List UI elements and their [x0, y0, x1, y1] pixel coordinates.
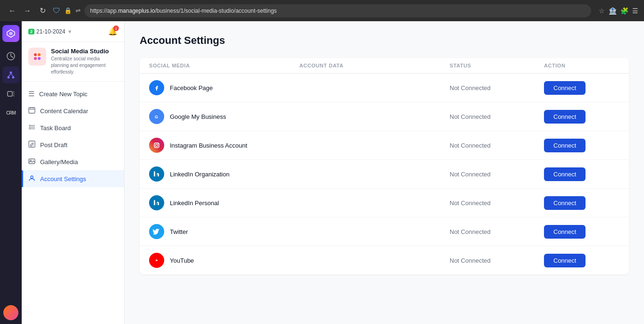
action-cell: Connect [544, 110, 619, 124]
table-row: G Google My Business Not Connected Conne… [140, 102, 629, 131]
date-chevron[interactable]: ▼ [67, 29, 72, 34]
svg-line-7 [11, 74, 13, 76]
sidebar-app-title: Social Media Studio [51, 48, 117, 55]
iconbar-crm[interactable]: CRM [2, 104, 19, 121]
page-title: Account Settings [140, 34, 629, 47]
google-my-business-icon: G [149, 109, 164, 124]
sidebar-item-label: Task Board [40, 125, 71, 132]
pocket-icon[interactable]: 🏦 [609, 7, 617, 15]
svg-point-20 [30, 125, 31, 126]
gallery-icon [28, 158, 35, 166]
notification-bell[interactable]: 🔔 1 [108, 27, 117, 36]
status-cell: Not Connected [450, 142, 544, 149]
svg-point-22 [30, 128, 31, 129]
app-logo[interactable] [2, 25, 19, 42]
svg-rect-8 [8, 91, 12, 96]
action-cell: Connect [544, 225, 619, 239]
sidebar-item-post-draft[interactable]: Post Draft [22, 136, 124, 153]
icon-bar: CRM [0, 21, 22, 324]
browser-chrome: ← → ↻ 🛡 🔒 ⇌ https://app.manageplus.io/bu… [0, 0, 644, 21]
svg-point-12 [38, 57, 41, 60]
svg-point-4 [8, 76, 10, 79]
sidebar-navigation: ☰ Create New Topic Content Calendar Task… [22, 82, 124, 324]
sidebar-app-text: Social Media Studio Centralize social me… [51, 48, 117, 75]
date-display: 21-10-2024 [36, 28, 65, 35]
social-name: LinkedIn Personal [170, 199, 219, 207]
table-row: Twitter Not Connected Connect [140, 217, 629, 246]
reload-button[interactable]: ↻ [36, 4, 49, 17]
social-name: LinkedIn Organization [170, 171, 229, 178]
iconbar-social-media[interactable] [2, 66, 19, 83]
svg-point-9 [34, 53, 37, 56]
svg-rect-34 [154, 201, 155, 205]
svg-point-10 [38, 53, 41, 56]
user-avatar[interactable] [3, 305, 18, 320]
task-board-icon [28, 124, 35, 132]
iconbar-analytics[interactable] [2, 48, 19, 65]
sidebar-item-task-board[interactable]: Task Board [22, 119, 124, 136]
social-name: YouTube [170, 257, 194, 264]
svg-marker-1 [9, 32, 13, 35]
table-row: LinkedIn Personal Not Connected Connect [140, 189, 629, 217]
svg-point-21 [30, 127, 31, 128]
bookmark-icon[interactable]: ☆ [599, 7, 605, 15]
status-cell: Not Connected [450, 113, 544, 120]
sidebar-item-gallery-media[interactable]: Gallery/Media [22, 153, 124, 170]
sidebar-item-account-settings[interactable]: Account Settings [22, 170, 124, 187]
connect-gmb-button[interactable]: Connect [544, 110, 585, 124]
youtube-icon [149, 253, 164, 268]
status-cell: Not Connected [450, 228, 544, 235]
address-bar[interactable]: https://app.manageplus.io/business/1/soc… [84, 4, 591, 17]
action-cell: Connect [544, 139, 619, 152]
post-draft-icon [28, 141, 35, 149]
create-topic-icon: ☰ [28, 90, 34, 98]
social-name: Facebook Page [170, 84, 213, 91]
sidebar-app-info: Social Media Studio Centralize social me… [22, 42, 124, 82]
calendar-icon [28, 107, 35, 115]
menu-icon[interactable]: ☰ [632, 7, 638, 15]
sidebar-item-label: Create New Topic [39, 91, 87, 98]
connect-instagram-button[interactable]: Connect [544, 139, 585, 152]
col-action: ACTION [544, 63, 619, 68]
svg-point-31 [158, 143, 159, 144]
forward-button[interactable]: → [21, 4, 34, 17]
social-media-cell: YouTube [149, 253, 300, 268]
table-row: Instagram Business Account Not Connected… [140, 131, 629, 160]
extensions-icon[interactable]: 🧩 [620, 7, 628, 15]
social-media-cell: Facebook Page [149, 80, 300, 95]
social-name: Instagram Business Account [170, 142, 247, 149]
social-name: Google My Business [170, 113, 226, 120]
sidebar-item-create-new-topic[interactable]: ☰ Create New Topic [22, 85, 124, 102]
social-media-cell: LinkedIn Personal [149, 195, 300, 210]
connect-linkedin-personal-button[interactable]: Connect [544, 196, 585, 210]
back-button[interactable]: ← [6, 4, 19, 17]
svg-rect-13 [29, 108, 35, 113]
sidebar-header: 2 21-10-2024 ▼ 🔔 1 [22, 21, 124, 42]
svg-point-3 [10, 72, 12, 74]
facebook-icon [149, 80, 164, 95]
connect-linkedin-org-button[interactable]: Connect [544, 167, 585, 181]
svg-rect-23 [29, 141, 35, 147]
connect-twitter-button[interactable]: Connect [544, 225, 585, 239]
action-cell: Connect [544, 254, 619, 267]
sidebar-item-content-calendar[interactable]: Content Calendar [22, 102, 124, 119]
sidebar-item-label: Gallery/Media [40, 158, 78, 166]
svg-point-35 [154, 200, 155, 201]
nav-buttons: ← → ↻ [6, 4, 49, 17]
iconbar-social-listen[interactable] [2, 85, 19, 102]
action-cell: Connect [544, 196, 619, 210]
notification-count: 1 [113, 25, 119, 31]
status-cell: Not Connected [450, 199, 544, 207]
connect-youtube-button[interactable]: Connect [544, 254, 585, 267]
connect-facebook-button[interactable]: Connect [544, 81, 585, 95]
linkedin-org-icon [149, 166, 164, 182]
shield-icon: 🛡 [53, 7, 60, 15]
svg-point-5 [12, 76, 15, 79]
account-settings-table: SOCIAL MEDIA ACCOUNT DATA STATUS ACTION … [140, 58, 629, 274]
sidebar-app-icon [28, 48, 46, 66]
social-media-cell: LinkedIn Organization [149, 166, 300, 182]
sidebar-item-label: Content Calendar [40, 108, 88, 115]
social-name: Twitter [170, 228, 188, 235]
table-row: Facebook Page Not Connected Connect [140, 74, 629, 102]
action-cell: Connect [544, 167, 619, 181]
